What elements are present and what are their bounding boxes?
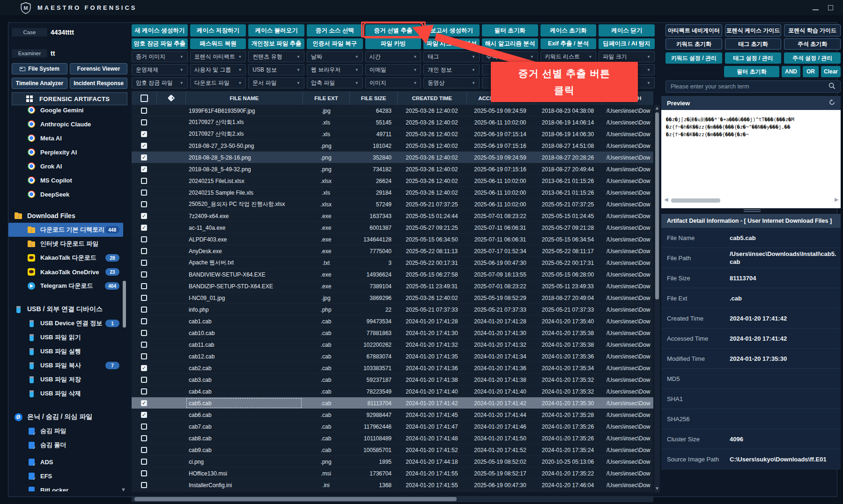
sidebar-item-Meta AI[interactable]: Meta AI	[8, 131, 123, 145]
preview-scroll-right-icon[interactable]: ▶	[835, 197, 838, 203]
sidebar-item-KakaoTalk 다운로드[interactable]: KakaoTalk 다운로드28	[8, 251, 123, 265]
table-row[interactable]: ✓cab5.cab.cab811137042024-01-20 17:41:42…	[132, 397, 653, 409]
minimize-icon[interactable]	[813, 9, 819, 10]
row-checkbox[interactable]: ✓	[141, 225, 147, 231]
row-checkbox[interactable]	[141, 119, 147, 125]
row-checkbox[interactable]	[141, 330, 147, 336]
table-row[interactable]: BANDIZIP-SETUP-STD-X64.EXE.exe7389104202…	[132, 280, 653, 292]
table-row[interactable]: ✓2018-08-27_23-50-50.png.png1810422025-0…	[132, 140, 653, 152]
filter-dropdown[interactable]: USB 정보▼	[248, 64, 304, 75]
row-checkbox[interactable]	[141, 271, 147, 278]
panel-button[interactable]: 태그 설정 / 관리	[725, 52, 782, 64]
filter-dropdown[interactable]: 태그▼	[423, 51, 480, 62]
sidebar-item-Anthropic Claude[interactable]: Anthropic Claude	[8, 117, 123, 131]
row-checkbox[interactable]	[141, 353, 147, 359]
sidebar-item-USB 파일 복사[interactable]: USB 파일 복사7	[8, 358, 123, 373]
row-checkbox[interactable]: ✓	[141, 166, 147, 172]
refresh-icon[interactable]	[829, 99, 835, 107]
table-row[interactable]: HOffice130.msi.msi17367042024-01-20 17:4…	[132, 467, 653, 479]
filter-dropdown[interactable]: 암호 잠금 파일▼	[132, 77, 188, 88]
toolbar-action-button[interactable]: 필터 초기화	[482, 24, 538, 37]
panel-button[interactable]: 포렌식 케이스 가이드	[725, 24, 782, 37]
filter-dropdown[interactable]: 파일 크기▼	[599, 51, 655, 62]
row-checkbox[interactable]	[141, 459, 147, 465]
row-checkbox[interactable]: ✓	[141, 213, 147, 219]
sidebar-item-USB 파일 삭제[interactable]: USB 파일 삭제	[8, 387, 123, 401]
toolbar-action-button[interactable]: 파일 카빙	[365, 38, 422, 49]
sidebar-item-MS Copilot[interactable]: MS Copilot	[8, 173, 123, 187]
toolbar-action-button[interactable]: 인증서 파일 복구	[307, 38, 363, 49]
filter-dropdown[interactable]: 압축 파일▼	[307, 77, 363, 88]
table-row[interactable]: 250520_용의자 PC 작업 진행사항.xlsx.xlsx572492025…	[132, 198, 653, 210]
row-checkbox[interactable]: ✓	[141, 412, 147, 418]
preview-scroll-left-icon[interactable]: ◀	[664, 197, 668, 203]
filter-dropdown[interactable]: 개인 정보▼	[423, 64, 480, 75]
forensic-viewer-button[interactable]: Forensic Viewer	[70, 63, 127, 74]
panel-button[interactable]: 키워드 초기화	[666, 38, 722, 50]
table-row[interactable]: cab12.cab.cab678830742024-01-20 17:41:35…	[132, 351, 653, 362]
table-hscrollbar-thumb[interactable]	[134, 497, 457, 501]
sidebar-section-Download Files[interactable]: Download Files	[8, 209, 123, 223]
filter-dropdown[interactable]: 이미지▼	[365, 77, 422, 88]
filter-dropdown[interactable]: 사용자 및 그룹▼	[190, 64, 246, 75]
sidebar-scroll-down-icon[interactable]: ▼	[121, 487, 126, 492]
table-row[interactable]: cab9.cab.cab1005857012024-01-20 17:41:52…	[132, 444, 653, 456]
clear-button[interactable]: Clear	[821, 66, 841, 77]
table-row[interactable]: 20170927 산악회1.xls.xls551452025-03-26 12:…	[132, 117, 653, 128]
toolbar-action-button[interactable]: Exif 추출 / 분석	[540, 38, 597, 49]
filter-dropdown[interactable]: 다운로드 파일▼	[190, 77, 246, 88]
and-button[interactable]: AND	[782, 66, 800, 77]
row-checkbox[interactable]	[141, 260, 147, 266]
sidebar-item-숨김 폴더[interactable]: 숨김 폴더	[8, 438, 123, 452]
table-row[interactable]: ✓cab6.cab.cab929884472024-01-20 17:41:45…	[132, 409, 653, 421]
filter-dropdown[interactable]: 증거 이미지▼	[132, 51, 188, 62]
sidebar-item-인터넷 다운로드 파일[interactable]: 인터넷 다운로드 파일	[8, 237, 123, 251]
row-checkbox[interactable]	[141, 201, 147, 207]
table-row[interactable]: cab3.cab.cab592371872024-01-20 17:41:382…	[132, 374, 653, 386]
table-row[interactable]: ✓2018-08-28_5-49-32.png.png7341822025-03…	[132, 163, 653, 175]
table-row[interactable]: AnyDesk.exe.exe77750402025-05-22 08:11:1…	[132, 245, 653, 257]
sidebar-section-은닉 / 숨김 / 의심 파일[interactable]: 은닉 / 숨김 / 의심 파일	[8, 410, 123, 424]
table-row[interactable]: ✓20170927 산악회2.xls.xls497112025-03-26 12…	[132, 128, 653, 140]
row-checkbox[interactable]: ✓	[141, 400, 147, 406]
row-checkbox[interactable]	[141, 424, 147, 430]
sidebar-item-EFS[interactable]: EFS	[8, 469, 123, 483]
filter-dropdown[interactable]: 이메일▼	[365, 64, 422, 75]
filter-dropdown[interactable]: 시간▼	[365, 51, 422, 62]
sidebar-item-DeepSeek[interactable]: DeepSeek	[8, 187, 123, 201]
row-checkbox[interactable]	[141, 388, 147, 394]
sidebar-item-USB Device 연결 정보[interactable]: USB Device 연결 정보1	[8, 316, 123, 330]
row-checkbox[interactable]: ✓	[141, 365, 147, 371]
table-row[interactable]: ✓7z2409-x64.exe.exe16373432025-05-15 01:…	[132, 210, 653, 222]
sidebar-item-숨김 파일[interactable]: 숨김 파일	[8, 424, 123, 438]
filter-dropdown[interactable]: 날짜▼	[307, 51, 363, 62]
row-checkbox[interactable]	[141, 342, 147, 348]
row-checkbox[interactable]	[141, 377, 147, 383]
row-checkbox[interactable]	[141, 190, 147, 196]
toolbar-action-button[interactable]: 딥페이크 / AI 탐지	[599, 38, 655, 49]
column-header-FILE SIZE[interactable]: FILE SIZE	[349, 91, 397, 105]
sidebar-item-USB 파일 저장[interactable]: USB 파일 저장	[8, 373, 123, 387]
row-checkbox[interactable]	[141, 318, 147, 324]
sidebar-item-USB 파일 읽기[interactable]: USB 파일 읽기	[8, 330, 123, 344]
table-row[interactable]: ✓ac-11_40a.exe.exe60013872025-05-27 09:2…	[132, 222, 653, 234]
table-row[interactable]: Apache 웹서버.txt.txt32025-05-22 00:17:3120…	[132, 257, 653, 269]
table-row[interactable]: ✓2018-08-28_5-28-16.png.png3528402025-03…	[132, 152, 653, 163]
sidebar-item-BitLocker[interactable]: BitLocker	[8, 483, 123, 491]
row-checkbox[interactable]	[141, 108, 147, 114]
toolbar-action-button[interactable]: 파일 시그니처 분석	[423, 38, 480, 49]
table-row[interactable]: cab8.cab.cab1011084892024-01-20 17:41:48…	[132, 432, 653, 444]
filter-dropdown[interactable]: 웹 브라우저▼	[307, 64, 363, 75]
panel-button[interactable]: 아티팩트 네비게이터	[666, 24, 722, 37]
row-checkbox[interactable]: ✓	[141, 154, 147, 161]
table-vscrollbar-thumb[interactable]	[655, 112, 659, 299]
filter-reset-button[interactable]: 필터 초기화	[724, 66, 779, 77]
toolbar-action-button[interactable]: 케이스 초기화	[540, 24, 597, 37]
sidebar-item-KakaoTalk OneDrive[interactable]: KakaoTalk OneDrive23	[8, 265, 123, 279]
row-checkbox[interactable]	[141, 435, 147, 441]
row-checkbox[interactable]	[141, 236, 147, 242]
toolbar-action-button[interactable]: 암호 잠금 파일 추출	[132, 38, 188, 49]
row-checkbox[interactable]	[141, 470, 147, 476]
search-input[interactable]: Please enter your search term	[666, 80, 841, 93]
panel-button[interactable]: 키워드 설정 / 관리	[666, 52, 722, 64]
